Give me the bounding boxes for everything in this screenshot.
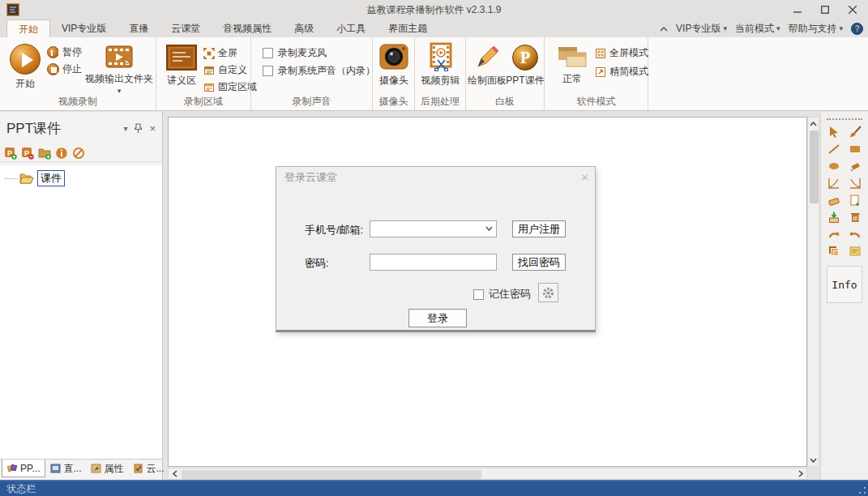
ellipse-tool-button[interactable] [824, 159, 844, 173]
resize-grip[interactable] [858, 486, 866, 494]
tab-live[interactable]: 直播 [118, 19, 160, 37]
combo-chevron-icon[interactable] [485, 226, 493, 231]
recover-password-button[interactable]: 找回密码 [512, 254, 566, 271]
window-title: 益教课程录播制作软件 v2.3.1.9 [0, 3, 868, 17]
info-icon[interactable] [55, 147, 68, 160]
pin-icon[interactable] [134, 123, 143, 134]
checkbox-icon [263, 66, 273, 76]
help-icon[interactable]: ? [851, 23, 863, 35]
group-label: 后期处理 [415, 95, 465, 109]
gear-icon [541, 286, 555, 300]
redo-tool-button[interactable] [824, 227, 844, 241]
fixed-area-button[interactable]: 固定区域 [203, 80, 257, 94]
video-output-folder-button[interactable]: 视频输出文件夹 ▾ [84, 44, 154, 93]
redo-icon [827, 228, 840, 241]
register-button[interactable]: 用户注册 [512, 220, 566, 237]
panel-menu-chevron-icon[interactable]: ▾ [123, 124, 127, 133]
svg-text:P: P [7, 149, 12, 157]
save-tool-button[interactable] [824, 210, 844, 224]
record-mic-checkbox[interactable]: 录制麦克风 [263, 46, 327, 60]
panel-tab-live[interactable]: 直... [45, 460, 86, 477]
password-field[interactable] [370, 254, 497, 271]
lecture-area-button[interactable]: 讲义区 [162, 44, 201, 88]
folder-open-icon [19, 173, 34, 184]
select-tool-button[interactable] [824, 125, 844, 139]
dialog-close-icon[interactable]: × [581, 170, 588, 184]
note-tool-button[interactable] [845, 244, 865, 258]
horizontal-scrollbar[interactable] [168, 468, 807, 480]
draw-panel-button[interactable]: 绘制面板 [468, 44, 507, 88]
remove-ppt-icon[interactable]: P [21, 147, 34, 160]
panel-tab-properties[interactable]: 属性 [86, 460, 128, 477]
rectangle-tool-button[interactable] [845, 142, 865, 156]
remember-password-checkbox[interactable]: 记住密码 [473, 287, 531, 301]
fill-tool-button[interactable] [845, 159, 865, 173]
info-tool-button[interactable]: Info [827, 266, 862, 303]
camera-button[interactable]: 摄像头 [376, 42, 412, 88]
vertical-scroll-thumb[interactable] [810, 130, 819, 203]
tab-start[interactable]: 开始 [6, 19, 50, 37]
pause-record-button[interactable]: 暂停 [47, 45, 82, 59]
curve2-tool-button[interactable] [845, 176, 865, 190]
tab-cloud-class[interactable]: 云课堂 [160, 19, 212, 37]
scroll-up-arrow[interactable] [808, 118, 819, 129]
normal-mode-button[interactable]: 正常 [554, 44, 590, 86]
disable-icon[interactable] [72, 147, 85, 160]
account-input[interactable] [370, 221, 496, 237]
undo-tool-button[interactable] [845, 227, 865, 241]
ppt-courseware-button[interactable]: P PPT课件 [507, 44, 544, 88]
simple-mode-button[interactable]: 精简模式 [595, 65, 648, 79]
panel-close-icon[interactable]: × [149, 122, 156, 135]
pencil-icon [473, 44, 501, 71]
tab-av-properties[interactable]: 音视频属性 [212, 19, 283, 37]
horizontal-scroll-thumb[interactable] [182, 470, 481, 479]
dialog-title-bar[interactable]: 登录云课堂 [276, 167, 595, 188]
sticky-note-icon [849, 245, 862, 258]
fullscreen-area-button[interactable]: 全屏 [203, 46, 237, 60]
tab-vip[interactable]: VIP专业版 [50, 19, 118, 37]
account-combobox[interactable] [370, 220, 497, 237]
line-tool-button[interactable] [824, 142, 844, 156]
collapse-ribbon-icon[interactable] [660, 26, 668, 32]
password-input[interactable] [370, 254, 496, 270]
start-record-button[interactable]: 开始 [6, 44, 44, 91]
curve-tool-button[interactable] [824, 176, 844, 190]
tree-item-courseware[interactable]: 课件 [0, 165, 162, 186]
video-edit-button[interactable]: 视频剪辑 [417, 42, 464, 88]
chevron-down-icon: ▾ [118, 88, 122, 93]
layers-tool-button[interactable] [824, 244, 844, 258]
stop-record-button[interactable]: 停止 [47, 62, 82, 76]
scroll-right-arrow[interactable] [795, 468, 806, 479]
panel-tab-cloud[interactable]: 云... [128, 460, 169, 477]
maximize-button[interactable] [811, 0, 839, 19]
group-label: 软件模式 [545, 95, 648, 109]
custom-area-button[interactable]: 自定义 [203, 63, 247, 77]
eraser-tool-button[interactable] [824, 193, 844, 207]
panel-tab-strip: PP... 直... 属性 云... [0, 459, 162, 480]
vertical-scrollbar[interactable] [807, 117, 819, 467]
scroll-left-arrow[interactable] [169, 468, 180, 479]
vip-menu[interactable]: VIP专业版 ▾ [676, 22, 727, 36]
close-button[interactable] [839, 0, 866, 19]
settings-button[interactable] [538, 283, 558, 302]
record-system-audio-checkbox[interactable]: 录制系统声音（内录） [263, 64, 375, 78]
current-mode-menu[interactable]: 当前模式 ▾ [735, 22, 780, 36]
add-folder-icon[interactable] [38, 147, 51, 160]
tab-tools[interactable]: 小工具 [325, 19, 377, 37]
tab-theme[interactable]: 界面主题 [377, 19, 438, 37]
minimize-button[interactable] [784, 0, 811, 19]
panel-tab-ppt[interactable]: PP... [2, 460, 45, 477]
fullscreen-mode-button[interactable]: 全屏模式 [595, 46, 648, 60]
scroll-down-arrow[interactable] [808, 455, 819, 465]
svg-text:P: P [24, 149, 29, 157]
annotation-toolbar: Info [820, 112, 868, 480]
help-support-menu[interactable]: 帮助与支持 ▾ [788, 22, 843, 36]
toolbar-grip[interactable] [827, 118, 862, 120]
add-ppt-icon[interactable]: P [4, 147, 17, 160]
tab-advanced[interactable]: 高级 [283, 19, 325, 37]
delete-tool-button[interactable] [845, 210, 865, 224]
brush-tool-button[interactable] [845, 125, 865, 139]
new-page-tool-button[interactable] [845, 193, 865, 207]
new-page-icon [849, 194, 862, 207]
login-button[interactable]: 登录 [408, 309, 467, 327]
